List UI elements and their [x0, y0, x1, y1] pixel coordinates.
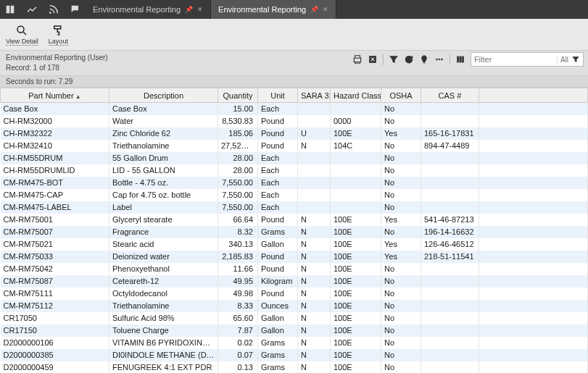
- cell-sara: N: [298, 337, 331, 349]
- col-osha[interactable]: OSHA: [381, 88, 421, 103]
- cell-sara: N: [298, 140, 331, 152]
- table-row[interactable]: CM-RM75007Fragrance8.32GramsN100ENo196-1…: [1, 226, 588, 238]
- table-row[interactable]: CM-RM75001Glyceryl stearate66.64PoundN10…: [1, 214, 588, 226]
- cell-blank: [479, 189, 588, 201]
- table-row[interactable]: CM-RM75033Deionized water2,185.83PoundN1…: [1, 251, 588, 263]
- cell-hazard: 100E: [331, 324, 381, 337]
- trend-icon[interactable]: [26, 4, 38, 15]
- table-row[interactable]: CH-RM55DRUM55 Gallon Drum28.00EachNo: [1, 152, 588, 164]
- chat-icon[interactable]: [70, 4, 81, 15]
- col-hazard-class[interactable]: Hazard Class: [331, 88, 381, 103]
- cell-blank: [479, 238, 588, 251]
- table-row[interactable]: Case BoxCase Box15.00EachNo: [1, 103, 588, 115]
- pin-icon[interactable]: 📌: [185, 6, 193, 13]
- table-row[interactable]: CM-RM75087Ceteareth-1249.95KilogramN100E…: [1, 275, 588, 288]
- cell-blank: [479, 300, 588, 312]
- columns-icon[interactable]: [455, 54, 465, 64]
- excel-icon[interactable]: [368, 54, 378, 64]
- col-sara313[interactable]: SARA 313: [298, 88, 331, 103]
- cell-sara: [298, 164, 331, 177]
- book-icon[interactable]: [4, 4, 16, 15]
- print-icon[interactable]: [352, 54, 363, 64]
- table-row[interactable]: CM-RM475-CAPCap for 4.75 oz. bottle7,550…: [1, 189, 588, 201]
- cell-qty: 8,530.83: [218, 115, 258, 127]
- bulb-icon[interactable]: [419, 54, 429, 64]
- refresh-icon[interactable]: [404, 54, 414, 64]
- table-row[interactable]: CR17050Sulfuric Acid 98%65.60GallonN100E…: [1, 312, 588, 324]
- cell-unit: Each: [258, 177, 298, 189]
- table-row[interactable]: CH-RM55DRUMLIDLID - 55 GALLON28.00EachNo: [1, 164, 588, 177]
- tab-env-reporting-2[interactable]: Environmental Reporting 📌 ✕: [211, 0, 336, 19]
- cell-part: CM-RM475-LABEL: [1, 201, 109, 214]
- cell-blank: [479, 361, 588, 374]
- tab-env-reporting-1[interactable]: Environmental Reporting 📌 ✕: [86, 0, 211, 19]
- filter-box[interactable]: All: [471, 52, 584, 67]
- close-icon[interactable]: ✕: [323, 6, 328, 13]
- cell-qty: 28.00: [218, 164, 258, 177]
- table-row[interactable]: CM-RM75111Octyldodecanol49.98PoundN100EN…: [1, 288, 588, 300]
- cell-part: D2000000106: [1, 337, 109, 349]
- cell-osha: No: [381, 300, 421, 312]
- table-row[interactable]: CH-RM32410Triethanolamine27,522.22PoundN…: [1, 140, 588, 152]
- col-blank[interactable]: [479, 88, 588, 103]
- filter-small-icon[interactable]: [571, 55, 580, 64]
- col-unit[interactable]: Unit: [258, 88, 298, 103]
- view-detail-button[interactable]: View Detail: [6, 24, 38, 46]
- cell-sara: N: [298, 251, 331, 263]
- col-cas[interactable]: CAS #: [421, 88, 479, 103]
- cell-desc: Triethanolamine: [109, 300, 218, 312]
- cell-part: CM-RM75087: [1, 275, 109, 288]
- cell-unit: Each: [258, 189, 298, 201]
- cell-qty: 0.02: [218, 337, 258, 349]
- svg-rect-6: [457, 56, 458, 62]
- meta-panel: Environmental Reporting (User) Record: 1…: [0, 51, 588, 75]
- cell-desc: Zinc Chloride 62: [109, 127, 218, 140]
- cell-cas: 196-14-16632: [421, 226, 479, 238]
- search-icon: [15, 24, 28, 37]
- layout-button[interactable]: Layout: [49, 24, 68, 46]
- cell-sara: U: [298, 127, 331, 140]
- table-row[interactable]: CM-RM475-LABELLabel7,550.00EachNo: [1, 201, 588, 214]
- cell-hazard: 100E: [331, 214, 381, 226]
- cell-hazard: [331, 164, 381, 177]
- cell-desc: 55 Gallon Drum: [109, 152, 218, 164]
- table-row[interactable]: CR17150Toluene Charge7.87GallonN100ENo: [1, 324, 588, 337]
- filter-input[interactable]: [474, 55, 554, 64]
- cell-unit: Pound: [258, 214, 298, 226]
- table-row[interactable]: CH-RM32000Water8,530.83Pound0000No: [1, 115, 588, 127]
- cell-qty: 7,550.00: [218, 201, 258, 214]
- table-row[interactable]: CM-RM75042Phenoxyethanol11.66PoundN100EN…: [1, 263, 588, 275]
- table-row[interactable]: D2000000385DI0INDOLE METHANE (DIM...0.07…: [1, 349, 588, 361]
- cell-qty: 7,550.00: [218, 189, 258, 201]
- cell-sara: N: [298, 324, 331, 337]
- close-icon[interactable]: ✕: [197, 6, 203, 13]
- col-part-number[interactable]: Part Number: [1, 88, 109, 103]
- filter-scope[interactable]: All: [557, 56, 568, 64]
- pin-icon[interactable]: 📌: [310, 6, 318, 13]
- cell-cas: [421, 288, 479, 300]
- rss-icon[interactable]: [48, 4, 59, 15]
- data-grid[interactable]: Part Number Description Quantity Unit SA…: [0, 88, 588, 373]
- cell-unit: Pound: [258, 115, 298, 127]
- actionbar: View Detail Layout: [0, 19, 588, 51]
- table-row[interactable]: CM-RM75112Triethanolamine8.33OuncesN100E…: [1, 300, 588, 312]
- cell-cas: [421, 263, 479, 275]
- table-row[interactable]: CM-RM475-BOTBottle - 4.75 oz.7,550.00Eac…: [1, 177, 588, 189]
- cell-desc: Fragrance: [109, 226, 218, 238]
- cell-unit: Pound: [258, 140, 298, 152]
- cell-cas: [421, 312, 479, 324]
- cell-unit: Grams: [258, 226, 298, 238]
- cell-hazard: 100E: [331, 127, 381, 140]
- cell-hazard: 0000: [331, 115, 381, 127]
- table-row[interactable]: CH-RM32322Zinc Chloride 62185.06PoundU10…: [1, 127, 588, 140]
- table-row[interactable]: D2000000106VITAMIN B6 PYRIDOXINE (1)0.02…: [1, 337, 588, 349]
- col-quantity[interactable]: Quantity: [218, 88, 258, 103]
- col-description[interactable]: Description: [109, 88, 218, 103]
- filter-icon[interactable]: [389, 54, 399, 64]
- cell-unit: Gallon: [258, 324, 298, 337]
- table-row[interactable]: CM-RM75021Stearic acid340.13GallonN100EY…: [1, 238, 588, 251]
- table-row[interactable]: D2000000459FENUGREEK 4:1 EXT PDR0.13Gram…: [1, 361, 588, 374]
- separator: [383, 54, 384, 65]
- more-icon[interactable]: [434, 54, 444, 64]
- cell-hazard: 100E: [331, 349, 381, 361]
